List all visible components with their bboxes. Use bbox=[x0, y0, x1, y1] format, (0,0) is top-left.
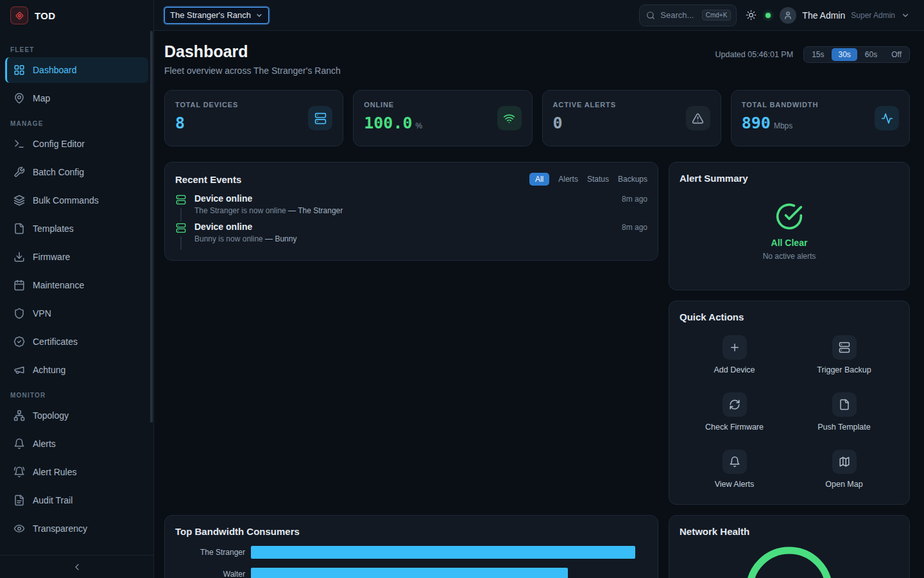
sidebar-scrollbar[interactable] bbox=[150, 31, 153, 423]
sidebar-item-bulk-commands[interactable]: Bulk Commands bbox=[5, 188, 148, 213]
avatar bbox=[780, 7, 796, 24]
server-icon bbox=[176, 195, 186, 205]
sidebar-collapse-button[interactable] bbox=[0, 555, 153, 578]
bandwidth-bar bbox=[251, 546, 635, 559]
recent-events-card: Recent Events All Alerts Status Backups bbox=[164, 162, 658, 261]
terminal-icon bbox=[13, 138, 25, 150]
sidebar-item-label: Batch Config bbox=[33, 167, 84, 177]
sidebar-section-label-monitor: MONITOR bbox=[10, 392, 143, 399]
action-push-template[interactable]: Push Template bbox=[789, 392, 899, 432]
bandwidth-card: Top Bandwidth Consumers The Stranger Wal… bbox=[164, 515, 658, 578]
app-header: TOD bbox=[0, 0, 153, 31]
sidebar-item-label: Maintenance bbox=[33, 280, 84, 290]
user-menu[interactable]: The Admin Super Admin bbox=[780, 7, 910, 24]
sidebar-item-label: Certificates bbox=[33, 337, 78, 347]
refresh-option-off[interactable]: Off bbox=[885, 48, 908, 61]
sidebar-section-label-fleet: FLEET bbox=[10, 46, 143, 53]
sidebar-item-alerts[interactable]: Alerts bbox=[5, 431, 148, 457]
sidebar-item-achtung[interactable]: Achtung bbox=[5, 357, 148, 383]
sidebar-item-transparency[interactable]: Transparency bbox=[5, 516, 148, 541]
megaphone-icon bbox=[13, 364, 25, 376]
refresh-option-30s[interactable]: 30s bbox=[832, 48, 857, 61]
search-shortcut: Cmd+K bbox=[702, 10, 732, 21]
card-title: Network Health bbox=[680, 526, 899, 537]
action-trigger-backup[interactable]: Trigger Backup bbox=[789, 335, 899, 374]
check-circle-icon bbox=[775, 202, 803, 231]
action-view-alerts[interactable]: View Alerts bbox=[680, 450, 789, 489]
sidebar-item-vpn[interactable]: VPN bbox=[5, 301, 148, 326]
sidebar-item-label: Alert Rules bbox=[33, 467, 76, 477]
refresh-option-15s[interactable]: 15s bbox=[805, 48, 830, 61]
map-icon bbox=[832, 450, 857, 474]
sidebar-item-map[interactable]: Map bbox=[5, 85, 148, 111]
timeline-connector bbox=[180, 236, 182, 250]
sidebar-nav: FLEET Dashboard Map MANAGE Config Editor… bbox=[0, 31, 153, 555]
action-label: Check Firmware bbox=[705, 423, 764, 432]
filter-alerts[interactable]: Alerts bbox=[558, 175, 578, 184]
stat-label: TOTAL DEVICES bbox=[175, 101, 332, 109]
search-box[interactable]: Cmd+K bbox=[639, 4, 737, 26]
sidebar-item-config-editor[interactable]: Config Editor bbox=[5, 131, 148, 157]
event-list: Device online 8m ago The Stranger is now… bbox=[175, 193, 647, 250]
chevron-down-icon bbox=[255, 12, 263, 19]
filter-all[interactable]: All bbox=[529, 173, 549, 186]
quick-actions-card: Quick Actions Add Device Tri bbox=[669, 301, 910, 505]
card-title: Alert Summary bbox=[680, 173, 899, 184]
action-label: Add Device bbox=[714, 365, 755, 374]
file-icon bbox=[13, 223, 25, 234]
stats-row: TOTAL DEVICES 8 ONLINE 100.0 % A bbox=[164, 90, 910, 146]
app-logo-icon bbox=[10, 6, 28, 24]
sidebar-item-label: Audit Trail bbox=[33, 495, 73, 505]
sidebar-item-alert-rules[interactable]: Alert Rules bbox=[5, 459, 148, 485]
event-filters: All Alerts Status Backups bbox=[529, 173, 647, 186]
event-time: 8m ago bbox=[622, 195, 647, 204]
bar-label: The Stranger bbox=[175, 548, 251, 557]
sidebar-item-certificates[interactable]: Certificates bbox=[5, 329, 148, 355]
server-icon bbox=[176, 223, 186, 233]
page-title: Dashboard bbox=[164, 42, 341, 61]
download-icon bbox=[13, 251, 25, 263]
search-icon bbox=[646, 11, 655, 20]
sidebar-item-label: VPN bbox=[33, 308, 51, 319]
sidebar-item-firmware[interactable]: Firmware bbox=[5, 244, 148, 270]
stat-label: TOTAL BANDWIDTH bbox=[742, 101, 899, 109]
sidebar-item-audit-trail[interactable]: Audit Trail bbox=[5, 487, 148, 513]
theme-toggle-button[interactable] bbox=[746, 10, 757, 21]
sidebar-item-label: Config Editor bbox=[33, 139, 85, 149]
sidebar-item-templates[interactable]: Templates bbox=[5, 216, 148, 241]
calendar-icon bbox=[13, 279, 25, 291]
server-icon bbox=[308, 106, 332, 130]
filter-backups[interactable]: Backups bbox=[618, 175, 647, 184]
sidebar-item-batch-config[interactable]: Batch Config bbox=[5, 159, 148, 185]
event-device: — The Stranger bbox=[288, 206, 343, 215]
card-title: Recent Events bbox=[175, 174, 241, 185]
bell-ring-icon bbox=[13, 466, 25, 478]
quick-actions-grid: Add Device Trigger Backup bbox=[680, 335, 899, 489]
health-gauge bbox=[680, 537, 899, 578]
sidebar-item-maintenance[interactable]: Maintenance bbox=[5, 272, 148, 298]
sidebar-item-label: Templates bbox=[33, 223, 74, 234]
action-add-device[interactable]: Add Device bbox=[680, 335, 789, 374]
site-selector[interactable]: The Stranger's Ranch bbox=[164, 7, 269, 24]
stat-value: 100.0 bbox=[364, 114, 412, 132]
refresh-interval-group: 15s 30s 60s Off bbox=[803, 46, 910, 63]
sidebar-item-label: Topology bbox=[33, 410, 69, 421]
stat-suffix: Mbps bbox=[774, 121, 792, 130]
filter-status[interactable]: Status bbox=[587, 175, 609, 184]
action-open-map[interactable]: Open Map bbox=[789, 450, 899, 489]
stat-card-total-bandwidth: TOTAL BANDWIDTH 890 Mbps bbox=[731, 90, 910, 146]
alert-status: All Clear bbox=[771, 238, 808, 248]
sidebar-item-dashboard[interactable]: Dashboard bbox=[5, 57, 148, 83]
dashboard-grid: Recent Events All Alerts Status Backups bbox=[164, 162, 910, 578]
plus-icon bbox=[723, 335, 747, 360]
user-name: The Admin bbox=[802, 10, 845, 21]
card-title: Top Bandwidth Consumers bbox=[175, 526, 647, 537]
eye-icon bbox=[13, 523, 25, 534]
search-input[interactable] bbox=[660, 10, 696, 20]
sidebar-item-label: Bulk Commands bbox=[33, 195, 99, 206]
sidebar-item-topology[interactable]: Topology bbox=[5, 403, 148, 428]
stat-suffix: % bbox=[416, 121, 423, 130]
connection-status-dot bbox=[766, 13, 771, 18]
refresh-option-60s[interactable]: 60s bbox=[859, 48, 884, 61]
action-check-firmware[interactable]: Check Firmware bbox=[680, 392, 789, 432]
